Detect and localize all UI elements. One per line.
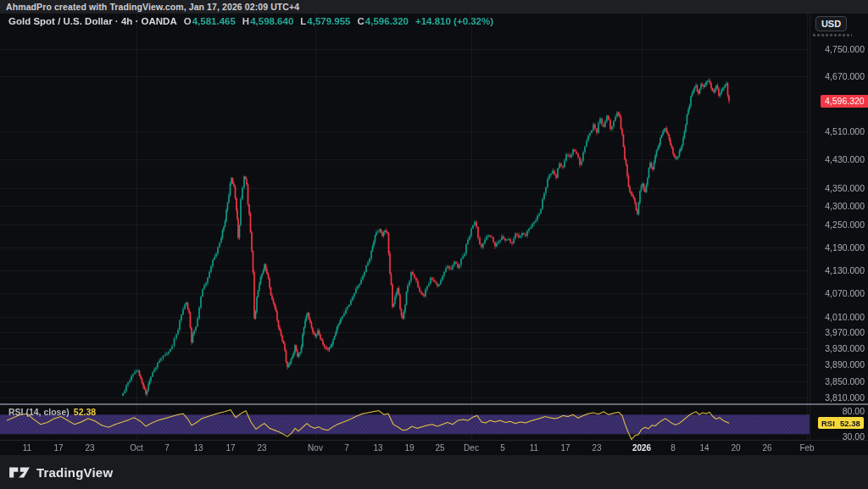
price-axis-label: 4,010.000: [825, 312, 865, 322]
rsi-badge-label: RSI: [818, 417, 838, 429]
price-axis-label: 4,250.000: [825, 219, 865, 230]
price-axis-label: 4,300.000: [825, 201, 865, 211]
symbol-title: Gold Spot / U.S. Dollar · 4h · OANDA: [8, 16, 177, 26]
time-label: 7: [330, 443, 364, 453]
time-label: 7: [150, 443, 184, 453]
attribution-text: AhmadPro created with TradingView.com, J…: [6, 2, 299, 12]
price-axis-label: 4,750.000: [825, 44, 865, 54]
time-label: 11: [517, 443, 551, 453]
rsi-title: RSI (14, close): [8, 407, 70, 417]
ohlc-item: H4,598.640: [242, 16, 293, 26]
time-label: 17: [42, 443, 75, 453]
rsi-value-badge: 52.38: [837, 417, 864, 429]
time-label: 19: [392, 443, 426, 453]
price-axis-label: 3,890.000: [825, 359, 865, 370]
time-label: 11: [10, 443, 44, 453]
price-axis-label: 3,850.000: [825, 376, 865, 386]
time-label: 13: [361, 443, 395, 453]
price-axis-label: 4,430.000: [825, 154, 865, 164]
tradingview-logo-text[interactable]: TradingView: [36, 465, 113, 480]
change-value: +14.810 (+0.32%): [415, 16, 493, 26]
ohlc-item: O4,581.465: [184, 16, 236, 26]
attribution-bar: AhmadPro created with TradingView.com, J…: [0, 0, 868, 14]
time-label: 20: [719, 443, 753, 453]
time-label: Dec: [454, 443, 488, 453]
time-label: 23: [580, 443, 614, 453]
last-price-badge: 4,596.320: [821, 95, 868, 108]
time-label: 25: [423, 443, 457, 453]
price-axis-label: 4,510.000: [825, 126, 865, 136]
tradingview-logo-icon[interactable]: [8, 465, 31, 480]
rsi-value: 52.38: [74, 407, 96, 417]
symbol-legend[interactable]: Gold Spot / U.S. Dollar · 4h · OANDA O4,…: [8, 16, 493, 26]
chart-canvas[interactable]: [0, 0, 868, 489]
time-label: 13: [181, 443, 215, 453]
price-axis-label: 4,130.000: [825, 265, 865, 275]
price-axis-label: 4,070.000: [825, 288, 865, 298]
tradingview-snapshot: AhmadPro created with TradingView.com, J…: [0, 0, 868, 489]
pane-separator[interactable]: [0, 403, 868, 405]
time-label: Oct: [120, 443, 153, 453]
price-axis-label: 4,670.000: [825, 71, 865, 81]
price-axis-label: 4,190.000: [825, 242, 865, 253]
price-axis-label: 4,350.000: [825, 183, 865, 193]
rsi-legend[interactable]: RSI (14, close) 52.38: [8, 407, 96, 417]
price-axis[interactable]: 4,750.0004,670.0004,510.0004,430.0004,35…: [810, 14, 868, 440]
price-axis-label: 3,810.000: [825, 392, 865, 403]
ohlc-item: C4,596.320: [358, 16, 409, 26]
ohlc-values: O4,581.465H4,598.640L4,579.955C4,596.320: [184, 16, 409, 26]
price-axis-label: 3,930.000: [825, 343, 865, 353]
time-label-year: 2026: [625, 443, 659, 453]
price-axis-label: 3,970.000: [825, 327, 865, 337]
bottom-bar: TradingView: [0, 455, 868, 489]
time-label: 8: [656, 443, 690, 453]
time-label: Feb: [790, 443, 824, 453]
rsi-axis-label: 80.00: [843, 406, 865, 416]
time-label: 17: [548, 443, 582, 453]
time-label: Nov: [298, 443, 332, 453]
time-label: 23: [73, 443, 107, 453]
time-label: 5: [486, 443, 520, 453]
time-label: 23: [245, 443, 279, 453]
time-axis[interactable]: 111723Oct7131723Nov7131925Dec51117232026…: [0, 441, 868, 455]
time-label: 14: [687, 443, 721, 453]
time-label: 17: [214, 443, 248, 453]
ohlc-item: L4,579.955: [300, 16, 350, 26]
time-label: 26: [750, 443, 784, 453]
